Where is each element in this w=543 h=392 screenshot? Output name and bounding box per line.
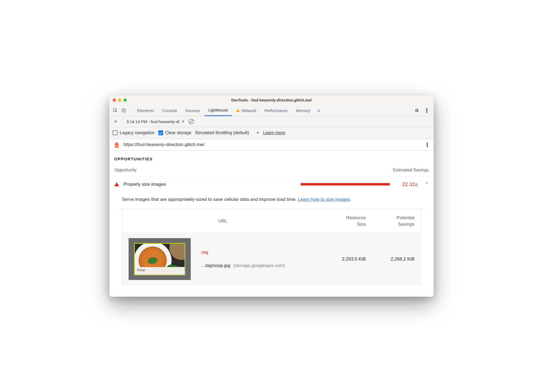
audited-url: https://foul-heavenly-direction.glitch.m… — [123, 142, 421, 147]
panel-tabs: Elements Console Sources Lighthouse Netw… — [133, 105, 407, 116]
resource-row: Soop img …big/soop.jpg (storage.googleap… — [122, 233, 421, 285]
legacy-nav-checkbox[interactable] — [113, 130, 118, 135]
more-tabs-icon[interactable]: » — [315, 108, 323, 113]
chevron-down-icon: ▼ — [256, 131, 259, 135]
throttling-label: Simulated throttling (default) — [195, 130, 249, 135]
learn-size-images-link[interactable]: Learn how to size images — [298, 197, 350, 202]
clear-storage-option[interactable]: Clear storage — [158, 130, 191, 135]
opportunities-header-row: Opportunity Estimated Savings — [109, 166, 434, 177]
warning-icon — [236, 109, 240, 112]
report-body: OPPORTUNITIES Opportunity Estimated Savi… — [109, 151, 434, 297]
tab-elements[interactable]: Elements — [133, 105, 158, 116]
element-tag-label: img — [201, 250, 317, 255]
zoom-window-icon[interactable] — [123, 99, 127, 102]
tab-network-label: Network — [242, 108, 256, 113]
col-savings-label: Estimated Savings — [393, 168, 429, 173]
tab-memory[interactable]: Memory — [292, 105, 314, 116]
report-header: https://foul-heavenly-direction.glitch.m… — [109, 139, 434, 151]
close-window-icon[interactable] — [113, 99, 116, 102]
separator — [130, 107, 131, 113]
resource-path[interactable]: …big/soop.jpg — [201, 263, 230, 268]
inspect-element-icon[interactable] — [112, 107, 119, 114]
section-title-opportunities: OPPORTUNITIES — [109, 155, 434, 166]
svg-rect-2 — [124, 110, 126, 112]
window-controls — [113, 99, 127, 102]
tab-sources[interactable]: Sources — [182, 105, 204, 116]
titlebar: DevTools - foul-heavenly-direction.glitc… — [109, 95, 434, 105]
tab-console[interactable]: Console — [159, 105, 181, 116]
lighthouse-toolbar: + 3:14:14 PM - foul-heavenly-di ▼ — [109, 116, 434, 127]
report-selector-label: 3:14:14 PM - foul-heavenly-di — [126, 119, 179, 124]
learn-more-link[interactable]: Learn more — [263, 130, 285, 135]
report-selector[interactable]: 3:14:14 PM - foul-heavenly-di ▼ — [126, 119, 185, 124]
opportunity-item: Properly size images 22.31s ⌃ Serve imag… — [109, 177, 434, 291]
resource-url-cell: img …big/soop.jpg (storage.googleapis.co… — [199, 250, 317, 268]
clear-storage-checkbox[interactable] — [158, 130, 163, 135]
opportunity-title: Properly size images — [123, 182, 166, 187]
panel-tabstrip: Elements Console Sources Lighthouse Netw… — [109, 105, 434, 116]
opportunity-description: Serve images that are appropriately-size… — [109, 192, 434, 209]
resource-table: URL ResourceSize PotentialSavings — [122, 209, 421, 285]
resource-thumbnail: Soop — [129, 238, 191, 280]
fail-triangle-icon — [114, 182, 119, 186]
separator — [410, 107, 410, 113]
resource-host: (storage.googleapis.com) — [233, 263, 285, 268]
resource-savings-value: 2,268.2 KiB — [366, 256, 414, 262]
report-menu-icon[interactable]: ••• — [425, 142, 430, 147]
devtools-window: DevTools - foul-heavenly-direction.glitc… — [109, 95, 434, 297]
savings-bar — [301, 183, 390, 185]
tab-performance[interactable]: Performance — [261, 105, 291, 116]
legacy-nav-option[interactable]: Legacy navigation — [113, 130, 155, 135]
opportunity-savings-value: 22.31s — [402, 181, 418, 187]
chevron-down-icon: ▼ — [182, 120, 185, 123]
throttling-select[interactable]: Simulated throttling (default) ▼ — [195, 130, 259, 135]
col-potential-savings-label: PotentialSavings — [366, 215, 414, 228]
tab-network[interactable]: Network — [232, 105, 260, 116]
col-opportunity-label: Opportunity — [114, 168, 137, 173]
lighthouse-icon — [113, 142, 120, 148]
settings-gear-icon[interactable] — [413, 107, 420, 114]
customize-devtools-icon[interactable]: ••• — [424, 108, 429, 113]
thumbnail-caption: Soop — [135, 267, 185, 275]
device-toolbar-icon[interactable] — [120, 107, 128, 114]
legacy-nav-label: Legacy navigation — [120, 130, 155, 135]
description-suffix: . — [350, 197, 351, 202]
clear-reports-icon[interactable] — [189, 119, 194, 124]
resource-size-value: 2,293.5 KiB — [317, 256, 366, 262]
separator — [122, 119, 123, 124]
chevron-up-icon: ⌃ — [425, 181, 429, 187]
opportunity-row-toggle[interactable]: Properly size images 22.31s ⌃ — [109, 177, 434, 192]
col-url-label: URL — [129, 218, 317, 224]
tab-lighthouse[interactable]: Lighthouse — [205, 105, 232, 116]
lighthouse-settings-bar: Legacy navigation Clear storage Simulate… — [109, 127, 434, 139]
new-report-button[interactable]: + — [113, 118, 119, 125]
opportunity-details: URL ResourceSize PotentialSavings — [109, 209, 434, 290]
window-title: DevTools - foul-heavenly-direction.glitc… — [109, 98, 434, 102]
resource-table-header: URL ResourceSize PotentialSavings — [122, 209, 421, 233]
col-resource-size-label: ResourceSize — [317, 215, 366, 228]
minimize-window-icon[interactable] — [118, 99, 121, 102]
clear-storage-label: Clear storage — [165, 130, 191, 135]
description-text: Serve images that are appropriately-size… — [122, 197, 298, 202]
